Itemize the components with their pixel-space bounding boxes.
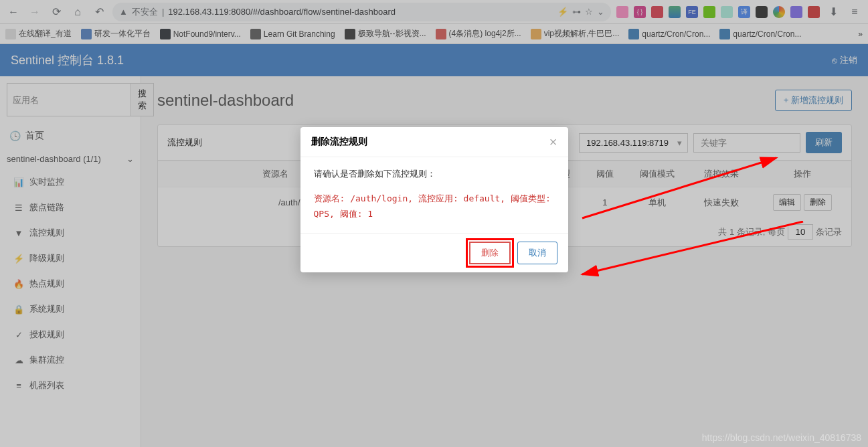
modal-title: 删除流控规则 bbox=[311, 136, 367, 148]
watermark: https://blog.csdn.net/weixin_40816738 bbox=[702, 432, 861, 443]
close-icon[interactable]: × bbox=[549, 135, 557, 149]
modal-rule-text: 资源名: /auth/login, 流控应用: default, 阈值类型: Q… bbox=[314, 191, 555, 222]
modal-delete-button[interactable]: 删除 bbox=[469, 242, 511, 264]
modal-overlay: 删除流控规则 × 请确认是否删除如下流控规则： 资源名: /auth/login… bbox=[0, 0, 868, 447]
delete-modal: 删除流控规则 × 请确认是否删除如下流控规则： 资源名: /auth/login… bbox=[300, 127, 568, 272]
modal-confirm-text: 请确认是否删除如下流控规则： bbox=[314, 168, 555, 180]
modal-cancel-button[interactable]: 取消 bbox=[517, 242, 557, 264]
